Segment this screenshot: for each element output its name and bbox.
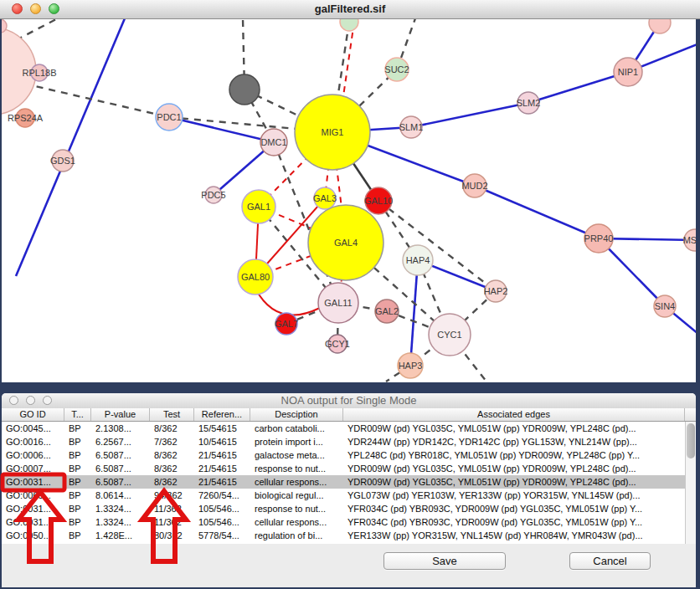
column-header-go-id[interactable]: GO ID xyxy=(2,408,64,421)
node-label: GDS1 xyxy=(50,156,75,166)
table-row[interactable]: GO:0016...BP6.2567...7/36210/54615protei… xyxy=(2,435,696,448)
table-row[interactable]: GO:0031...BP1.3324...11/362105/546...cel… xyxy=(2,515,696,529)
table-row[interactable]: GO:0007...BP6.5087...8/36221/54615respon… xyxy=(2,462,696,475)
node-GAL3[interactable]: GAL3 xyxy=(313,187,337,209)
table-cell: response to nut... xyxy=(250,462,343,475)
column-header-associated-edges[interactable]: Associated edges xyxy=(343,408,685,421)
column-header-desciption[interactable]: Desciption xyxy=(250,408,343,421)
node-GAL2[interactable]: GAL2 xyxy=(375,300,399,323)
node-label: GAL7 xyxy=(275,319,298,329)
node-label: HAP3 xyxy=(399,361,423,371)
node-DMC1[interactable]: DMC1 xyxy=(260,129,287,156)
table-row[interactable]: GO:0031...BP6.5087...8/36221/54615cellul… xyxy=(2,475,696,489)
cancel-button[interactable]: Cancel xyxy=(569,552,651,570)
table-cell: YDR009W (pd) YGL035C, YML051W (pp) YDR00… xyxy=(343,462,685,475)
node-MIG1[interactable]: MIG1 xyxy=(295,95,370,170)
table-cell: YGL073W (pd) YER103W, YER133W (pp) YOR31… xyxy=(343,489,685,502)
table-cell: 8/362 xyxy=(150,448,194,462)
save-button[interactable]: Save xyxy=(383,552,506,570)
table-cell: YDR009W (pd) YGL035C, YML051W (pp) YDR00… xyxy=(343,475,685,489)
node-PRP40[interactable]: PRP40 xyxy=(584,224,614,253)
table-row[interactable]: GO:0031...BP1.3324...11/362105/546...res… xyxy=(2,502,696,515)
node-HAP3[interactable]: HAP3 xyxy=(398,353,423,378)
table-cell: 21/54615 xyxy=(194,475,250,489)
noa-window-title: NOA output for Single Mode xyxy=(2,393,696,408)
network-window-title: galFiltered.sif xyxy=(0,0,700,18)
edge xyxy=(255,289,320,315)
node-PDC1[interactable]: PDC1 xyxy=(156,104,183,131)
button-bar: Save Cancel xyxy=(2,544,696,587)
node-SIN4[interactable]: SIN4 xyxy=(654,295,676,317)
node-gray-node[interactable] xyxy=(229,74,260,105)
node-NIP1[interactable]: NIP1 xyxy=(614,58,642,86)
table-cell: 8.0614... xyxy=(91,489,150,502)
network-window-titlebar[interactable]: galFiltered.sif xyxy=(0,0,700,19)
table-row[interactable]: GO:0050...BP1.428E...80/3625778/54...reg… xyxy=(2,529,696,542)
table-cell: GO:0031... xyxy=(2,515,64,529)
table-cell: BP xyxy=(64,448,91,462)
node-label: HAP4 xyxy=(406,255,430,265)
node-HAP4[interactable]: HAP4 xyxy=(403,245,433,275)
vertical-scrollbar[interactable] xyxy=(685,422,696,544)
table-cell: cellular respons... xyxy=(250,515,343,529)
table-cell: 7260/54... xyxy=(194,489,250,502)
edge xyxy=(410,260,418,366)
table-cell: response to nut... xyxy=(250,502,343,515)
node-SUC2[interactable]: SUC2 xyxy=(384,58,409,81)
noa-titlebar[interactable]: NOA output for Single Mode xyxy=(2,393,696,409)
node-GAL7[interactable]: GAL7 xyxy=(275,313,298,335)
node-MSL1[interactable]: MSL1 xyxy=(683,229,696,251)
node-RPS24A[interactable]: RPS24A xyxy=(8,109,44,127)
node-GAL4[interactable]: GAL4 xyxy=(308,205,383,280)
table-cell: 6.5087... xyxy=(91,475,150,489)
node-top-right-pink[interactable] xyxy=(649,18,671,33)
node-PDC5[interactable]: PDC5 xyxy=(201,187,225,203)
node-label: GAL11 xyxy=(324,298,352,308)
node-HAP2[interactable]: HAP2 xyxy=(484,280,508,302)
table-cell: BP xyxy=(64,422,91,435)
node-CYC1[interactable]: CYC1 xyxy=(429,314,471,356)
table-cell: BP xyxy=(64,529,91,542)
edge xyxy=(343,22,354,96)
table-cell: GO:0016... xyxy=(2,435,64,448)
node-MUD2[interactable]: MUD2 xyxy=(461,174,487,197)
table-cell: BP xyxy=(64,435,91,448)
column-header-p-value[interactable]: P-value xyxy=(91,408,150,421)
edge xyxy=(378,201,496,291)
node-GAL11[interactable]: GAL11 xyxy=(318,283,358,323)
table-cell: 10/54615 xyxy=(194,435,250,448)
node-label: PRP40 xyxy=(584,233,614,243)
table-row[interactable]: GO:0006...BP6.5087...8/36221/54615galact… xyxy=(2,448,696,462)
node-GDS1[interactable]: GDS1 xyxy=(50,150,75,172)
node-label: SIN4 xyxy=(655,301,675,311)
node-label: PDC1 xyxy=(157,112,181,122)
node-label: MUD2 xyxy=(461,181,487,191)
table-cell: GO:0031... xyxy=(2,475,64,489)
table-cell: GO:0065... xyxy=(2,489,64,502)
node-label: MSL1 xyxy=(683,235,696,245)
scrollbar-thumb[interactable] xyxy=(687,423,695,458)
column-header-test[interactable]: Test xyxy=(150,408,194,421)
node-GAL1[interactable]: GAL1 xyxy=(242,190,275,223)
node-top-green[interactable] xyxy=(340,18,358,31)
table-cell: 7/362 xyxy=(150,435,194,448)
node-label: SUC2 xyxy=(384,64,409,74)
node-SLM2[interactable]: SLM2 xyxy=(517,92,541,114)
node-label: PDC5 xyxy=(201,190,225,200)
table-row[interactable]: GO:0065...BP8.0614...94/3627260/54...bio… xyxy=(2,489,696,502)
node-GCY1[interactable]: GCY1 xyxy=(325,335,350,353)
table-cell: GO:0050... xyxy=(2,529,64,542)
node-GAL10[interactable]: GAL10 xyxy=(364,187,393,214)
edge xyxy=(475,186,599,238)
table-cell: 1.428E... xyxy=(91,529,150,542)
table-row[interactable]: GO:0045...BP2.1308...8/36215/54615carbon… xyxy=(2,422,696,435)
table-cell: YFR034C (pd) YBR093C, YDR009W (pd) YGL03… xyxy=(343,502,685,515)
network-canvas[interactable]: RPL18BRPS24AGDS1PDC1PDC5DMC1MIG1SUC2SLM1… xyxy=(2,18,696,382)
column-header-referen-[interactable]: Referen... xyxy=(194,408,250,421)
results-table-body: GO:0045...BP2.1308...8/36215/54615carbon… xyxy=(2,422,696,544)
node-GAL80[interactable]: GAL80 xyxy=(238,259,273,294)
node-SLM1[interactable]: SLM1 xyxy=(399,116,424,138)
column-header-t-[interactable]: T... xyxy=(64,408,91,421)
table-cell: YER133W (pp) YOR315W, YNL145W (pd) YHR08… xyxy=(343,529,685,542)
table-cell: YFR034C (pd) YBR093C, YDR009W (pd) YGL03… xyxy=(343,515,685,529)
